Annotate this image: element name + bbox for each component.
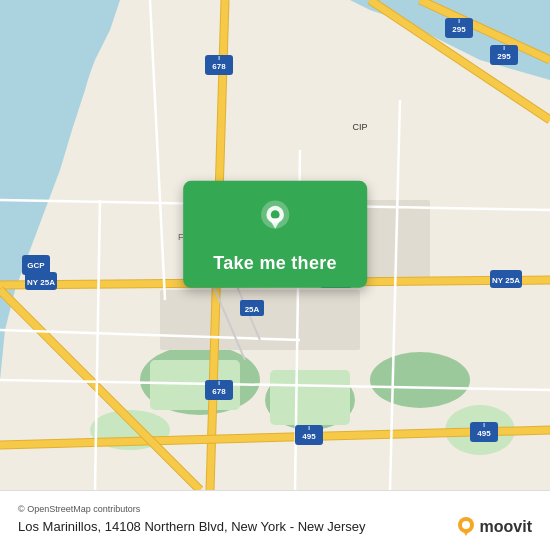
- svg-rect-11: [160, 290, 360, 350]
- map-container: 678 I 678 I 295 I 295 I GCP NY 25A NY 25…: [0, 0, 550, 490]
- svg-text:295: 295: [497, 52, 511, 61]
- svg-text:678: 678: [212, 387, 226, 396]
- svg-text:CIP: CIP: [352, 122, 367, 132]
- svg-point-6: [370, 352, 470, 408]
- svg-text:295: 295: [452, 25, 466, 34]
- moovit-logo: moovit: [455, 516, 532, 538]
- copyright-row: © OpenStreetMap contributors: [10, 500, 540, 514]
- svg-text:678: 678: [212, 62, 226, 71]
- moovit-icon: [455, 516, 477, 538]
- bottom-content: © OpenStreetMap contributors Los Marinil…: [10, 500, 540, 542]
- svg-point-67: [271, 210, 280, 219]
- svg-text:NY 25A: NY 25A: [492, 276, 520, 285]
- address-text: Los Marinillos, 14108 Northern Blvd, New…: [18, 519, 455, 534]
- button-overlay[interactable]: Take me there: [183, 181, 367, 288]
- bottom-bar: © OpenStreetMap contributors Los Marinil…: [0, 490, 550, 550]
- svg-text:495: 495: [477, 429, 491, 438]
- location-pin-icon: [253, 199, 297, 243]
- svg-text:495: 495: [302, 432, 316, 441]
- svg-rect-8: [270, 370, 350, 425]
- copyright-text: © OpenStreetMap contributors: [18, 504, 140, 514]
- address-row: Los Marinillos, 14108 Northern Blvd, New…: [10, 514, 540, 542]
- take-me-there-button-label: Take me there: [213, 253, 337, 274]
- svg-text:25A: 25A: [245, 305, 260, 314]
- moovit-text: moovit: [480, 518, 532, 536]
- svg-marker-71: [462, 529, 470, 536]
- take-me-there-card[interactable]: Take me there: [183, 181, 367, 288]
- svg-text:NY 25A: NY 25A: [27, 278, 55, 287]
- svg-text:GCP: GCP: [27, 261, 45, 270]
- svg-point-70: [462, 521, 470, 529]
